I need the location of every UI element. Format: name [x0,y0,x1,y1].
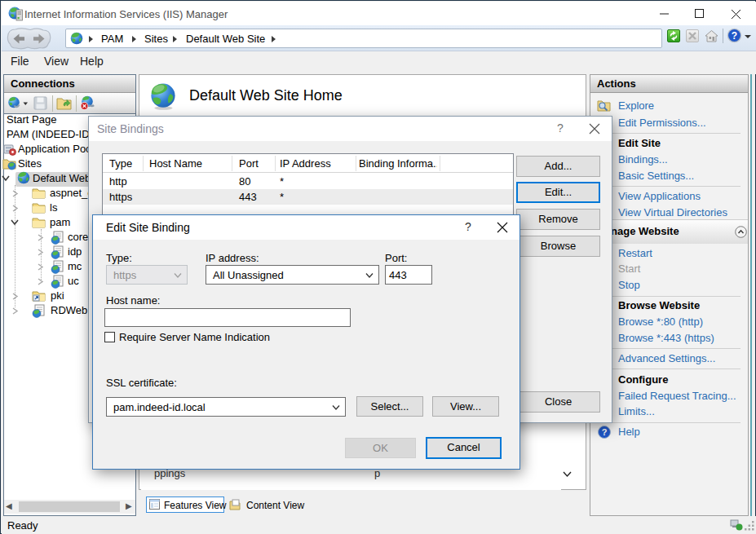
svg-text:?: ? [602,427,608,437]
svg-text:?: ? [732,30,737,42]
